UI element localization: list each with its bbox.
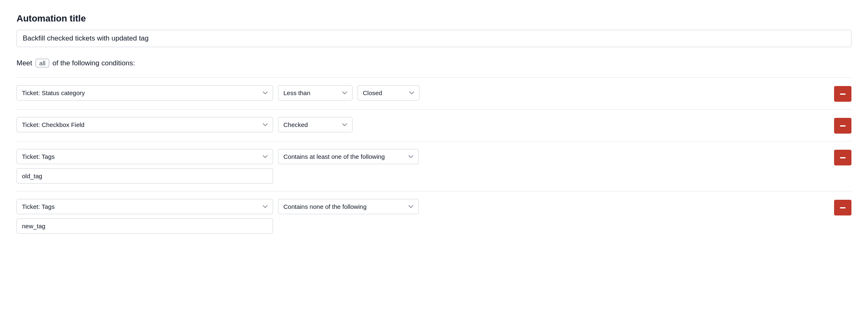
condition-row-1: Ticket: Status category Ticket: Checkbox… (17, 77, 851, 109)
minus-icon-4 (840, 207, 846, 208)
condition-selects-3: Ticket: Tags Ticket: Status category Tic… (17, 149, 828, 164)
condition-text-input-4[interactable] (17, 218, 273, 234)
remove-condition-button-3[interactable] (834, 150, 851, 165)
minus-icon-3 (840, 157, 846, 158)
conditions-all-badge[interactable]: all (36, 59, 49, 67)
conditions-meet-text: Meet (17, 59, 32, 67)
conditions-header: Meet all of the following conditions: (17, 59, 851, 67)
condition-left-3: Ticket: Tags Ticket: Status category Tic… (17, 149, 828, 184)
condition-left-2: Ticket: Checkbox Field Ticket: Status ca… (17, 117, 828, 132)
minus-icon-1 (840, 93, 846, 95)
condition-field-select-3[interactable]: Ticket: Tags Ticket: Status category Tic… (17, 149, 273, 164)
condition-operator-select-2[interactable]: Checked Unchecked (278, 117, 352, 132)
conditions-suffix-text: of the following conditions: (53, 59, 135, 67)
condition-row-2: Ticket: Checkbox Field Ticket: Status ca… (17, 109, 851, 141)
condition-value-select-1[interactable]: Closed Open Pending (357, 85, 420, 100)
remove-condition-button-4[interactable] (834, 200, 851, 215)
condition-operator-select-1[interactable]: Less than Greater than Equal to (278, 85, 352, 100)
condition-operator-select-4[interactable]: Contains none of the following Contains … (278, 199, 419, 214)
condition-row-4: Ticket: Tags Ticket: Status category Tic… (17, 191, 851, 241)
condition-field-select-1[interactable]: Ticket: Status category Ticket: Checkbox… (17, 85, 273, 100)
automation-title-heading: Automation title (17, 13, 851, 24)
minus-icon-2 (840, 125, 846, 127)
condition-left-1: Ticket: Status category Ticket: Checkbox… (17, 85, 828, 100)
condition-text-input-3[interactable] (17, 168, 273, 184)
condition-selects-1: Ticket: Status category Ticket: Checkbox… (17, 85, 828, 100)
condition-left-4: Ticket: Tags Ticket: Status category Tic… (17, 199, 828, 234)
condition-field-select-4[interactable]: Ticket: Tags Ticket: Status category Tic… (17, 199, 273, 214)
condition-operator-select-3[interactable]: Contains at least one of the following C… (278, 149, 419, 164)
condition-selects-2: Ticket: Checkbox Field Ticket: Status ca… (17, 117, 828, 132)
automation-title-input[interactable] (17, 30, 851, 47)
condition-selects-4: Ticket: Tags Ticket: Status category Tic… (17, 199, 828, 214)
condition-field-select-2[interactable]: Ticket: Checkbox Field Ticket: Status ca… (17, 117, 273, 132)
condition-row-3: Ticket: Tags Ticket: Status category Tic… (17, 141, 851, 191)
remove-condition-button-1[interactable] (834, 86, 851, 102)
remove-condition-button-2[interactable] (834, 118, 851, 134)
